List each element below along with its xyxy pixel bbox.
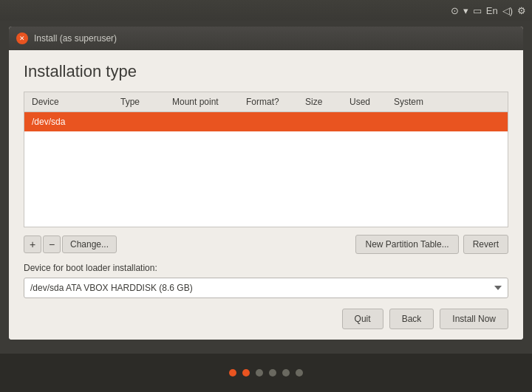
- progress-dot-5: [282, 369, 290, 376]
- cell-system: [391, 115, 503, 128]
- col-size: Size: [302, 95, 347, 109]
- quit-button[interactable]: Quit: [342, 309, 383, 329]
- col-mount-point: Mount point: [169, 95, 243, 109]
- taskbar-icon-group: ⊙ ▾ ▭ En ◁) ⚙: [451, 5, 526, 16]
- col-system: System: [391, 95, 503, 109]
- progress-dot-2: [242, 369, 250, 376]
- window-content: Installation type Device Type Mount poin…: [9, 50, 523, 340]
- cell-mount: [169, 115, 243, 128]
- wifi-icon[interactable]: ▾: [463, 5, 468, 16]
- progress-dot-4: [269, 369, 276, 376]
- col-format: Format?: [243, 95, 302, 109]
- toolbar-left: + − Change...: [24, 235, 117, 253]
- install-now-button[interactable]: Install Now: [440, 309, 508, 329]
- install-window: Install (as superuser) Installation type…: [9, 27, 523, 340]
- cell-type: [117, 115, 169, 128]
- bluetooth-icon[interactable]: ⊙: [451, 5, 459, 16]
- cell-size: [302, 115, 347, 128]
- progress-dot-3: [256, 369, 263, 376]
- volume-icon[interactable]: ◁): [502, 5, 513, 16]
- battery-icon[interactable]: ▭: [473, 5, 482, 16]
- table-header: Device Type Mount point Format? Size Use…: [24, 92, 508, 112]
- new-partition-table-button[interactable]: New Partition Table...: [355, 235, 458, 254]
- partition-table-container: Device Type Mount point Format? Size Use…: [24, 92, 508, 227]
- bottom-bar: [0, 354, 532, 392]
- settings-icon[interactable]: ⚙: [517, 5, 526, 16]
- change-partition-button[interactable]: Change...: [62, 235, 117, 253]
- progress-dot-6: [296, 369, 303, 376]
- back-button[interactable]: Back: [389, 309, 434, 329]
- cell-used: [347, 115, 391, 128]
- revert-button[interactable]: Revert: [463, 235, 508, 254]
- taskbar: ⊙ ▾ ▭ En ◁) ⚙: [0, 0, 532, 21]
- partition-toolbar: + − Change... New Partition Table... Rev…: [24, 235, 508, 254]
- titlebar-title: Install (as superuser): [34, 33, 117, 44]
- table-row[interactable]: /dev/sda: [24, 112, 508, 131]
- col-device: Device: [29, 95, 117, 109]
- language-icon[interactable]: En: [486, 5, 498, 16]
- table-body: /dev/sda: [24, 112, 508, 227]
- bootloader-select[interactable]: /dev/sda ATA VBOX HARDDISK (8.6 GB): [24, 278, 508, 298]
- window-close-icon[interactable]: [16, 32, 28, 44]
- page-title: Installation type: [24, 62, 508, 81]
- bottom-buttons: Quit Back Install Now: [24, 309, 508, 329]
- cell-format: [243, 115, 302, 128]
- remove-partition-button[interactable]: −: [43, 235, 61, 253]
- cell-device: /dev/sda: [29, 115, 117, 128]
- add-partition-button[interactable]: +: [24, 235, 41, 253]
- col-type: Type: [117, 95, 169, 109]
- toolbar-right: New Partition Table... Revert: [355, 235, 508, 254]
- col-used: Used: [347, 95, 391, 109]
- bootloader-label: Device for boot loader installation:: [24, 263, 508, 273]
- titlebar: Install (as superuser): [9, 27, 523, 50]
- progress-dot-1: [229, 369, 236, 376]
